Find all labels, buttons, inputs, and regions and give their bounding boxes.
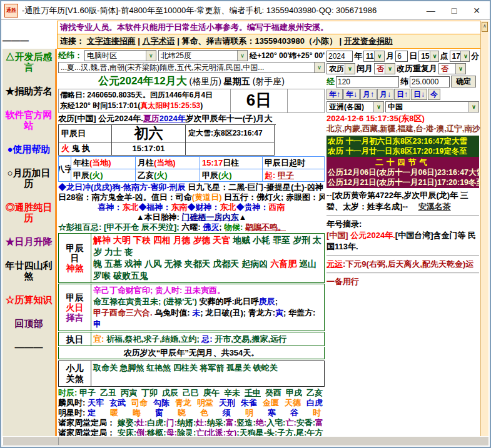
day-up-button[interactable]: 日↑ bbox=[394, 89, 410, 100]
duty-day-content: 宜: 祈福,祭祀,求子,结婚,立约; 忌: 开市,交易,搬家,远行 bbox=[91, 332, 324, 346]
latitude-value: 北纬25度 bbox=[161, 51, 191, 61]
day-attrs: 火 鬼 执 bbox=[59, 142, 112, 156]
lunar-select[interactable]: 农历∨ bbox=[326, 63, 355, 74]
lunar-year-summary: 农历岁次“甲辰年”无闰月、共354天。 bbox=[58, 347, 325, 359]
tea-link[interactable]: 安溪名茶 bbox=[418, 202, 451, 211]
yuan-yun-line: 元运:下元9(右弼,后天离火,配先天乾金)运 bbox=[326, 259, 479, 270]
day-pillar-table: 甲辰日 初六 定大雪:东8区23:16:47 火 鬼 执 15:17:01 bbox=[58, 124, 276, 156]
chevron-down-icon: ∨ bbox=[374, 51, 384, 61]
chevron-down-icon: ∨ bbox=[373, 102, 383, 112]
minimize-button[interactable]: — bbox=[427, 4, 435, 17]
timezone-select[interactable]: 电脑时区∨ bbox=[84, 50, 156, 61]
link-bazi-terms[interactable]: 八字术语 bbox=[143, 36, 175, 46]
today-button[interactable]: 今 bbox=[428, 89, 440, 100]
year-label: 年 bbox=[354, 51, 362, 62]
month-select[interactable]: 11∨ bbox=[363, 51, 385, 62]
sidebar-item-help[interactable]: ●使用帮助 bbox=[3, 144, 55, 154]
sidebar-item-sun-moon[interactable]: ★日月升降 bbox=[3, 236, 55, 247]
zhoutang-content-1: 嫁娶:灶:白虎:门:纳婿:灶:纳采:富:竖造:绝:入宅:亡:安香:富 bbox=[118, 418, 323, 427]
link-text-ads[interactable]: 文字连接招商 bbox=[87, 36, 136, 46]
hour-select[interactable]: 15∨ bbox=[418, 51, 438, 62]
sidebar-item-knowledge[interactable]: ☆历算知识 bbox=[3, 294, 55, 305]
empty-cell bbox=[186, 142, 275, 156]
year-down-button[interactable]: 年↓ bbox=[343, 89, 360, 100]
sidebar-item-donors[interactable]: ★捐助芳名 bbox=[3, 86, 55, 96]
day-gods-table: 甲辰 日 神煞 解神 大明 下秧 四相 月德 岁德 天官 地贼 小耗 罪至 岁刑… bbox=[58, 233, 325, 283]
month-down-button[interactable]: 月↓ bbox=[377, 89, 393, 100]
bazi-header-hour: 甲辰日起时 bbox=[263, 157, 325, 169]
divider bbox=[326, 272, 479, 274]
month-up-button[interactable]: 月↑ bbox=[360, 89, 377, 100]
sidebar-item-pure-cal[interactable]: ◎通胜纯日历 bbox=[3, 202, 55, 223]
huangdi-year-line: --[农历黄帝第4722年,岁次甲辰(龙)年 三碧、太岁：姓李名成]-- 安溪名… bbox=[326, 190, 479, 212]
auspicious-line-1: 辛己丁命财官印; 贵人时: 丑未寅酉。 bbox=[93, 285, 322, 296]
latitude-input[interactable] bbox=[410, 76, 450, 87]
date-controls: 年 11∨ 月 日 15∨ 点 17∨ 分 bbox=[326, 51, 479, 62]
confirm-button[interactable]: 确定 bbox=[451, 76, 476, 87]
day-gods-label-2: 日 bbox=[71, 253, 79, 263]
title-bar: 通胜 -通胜万年历[V1.60版-简体]-前4800年至10000年-常更新、编… bbox=[1, 1, 490, 20]
maximize-button[interactable]: □ bbox=[452, 4, 457, 17]
dash-separator: ——— bbox=[3, 34, 56, 49]
auspicious-label: 甲辰 火日 择吉 bbox=[59, 284, 91, 331]
sidebar-item-dev-notes[interactable]: △开发后感言 bbox=[3, 51, 55, 72]
bazi-table: 八字 年柱(当地) 月柱(当地) 15:17日柱 甲辰日起时 甲辰(火) 乙亥(… bbox=[58, 156, 325, 182]
bazi-year-pillar: 甲辰(火) bbox=[71, 169, 136, 182]
hour-label: 点 bbox=[440, 51, 448, 62]
sidebar-item-back-to-top[interactable]: 回顶部 bbox=[3, 318, 55, 329]
scroll-up-icon[interactable]: ∧ bbox=[482, 22, 488, 32]
sidebar-item-24-mountain[interactable]: 年廿四山利煞 bbox=[3, 260, 55, 281]
app-window: 通胜 -通胜万年历[V1.60版-简体]-前4800年至10000年-常更新、编… bbox=[0, 0, 491, 448]
day-gods-label-1: 甲辰 bbox=[66, 243, 84, 253]
minute-label: 分 bbox=[471, 51, 479, 62]
zhoutang-row-1: 诸家周堂定局： 嫁娶:灶:白虎:门:纳婿:灶:纳采:富:竖造:绝:入宅:亡:安香… bbox=[58, 418, 325, 428]
day-gods-label: 甲辰 日 神煞 bbox=[59, 234, 91, 282]
backup-line: 一备用行 bbox=[326, 276, 479, 287]
links-row: 连接： 文字连接招商 | 八字术语 | 算命、择吉请联系：13559403980… bbox=[57, 34, 481, 49]
era-select[interactable]: ...夏...汉,魏,晋,南朝(宋齐梁陈)隋唐,五代,宋元明清,民国,中国...… bbox=[58, 62, 325, 73]
app-icon: 通胜 bbox=[4, 4, 18, 17]
auspicious-body: 辛己丁命财官印; 贵人时: 丑未寅酉。 命互禄在寅贵丑未; (进禄'无') 安葬… bbox=[91, 284, 324, 331]
lunar-year-line: 农历[中国] 公元2024年.夏历2024年岁次甲辰年十一(子)月大 bbox=[58, 114, 325, 124]
linfeng-values: 天牢玄武司命勾陈青龙明堂天刑朱雀金匮天德白虎玉堂 bbox=[88, 398, 325, 407]
sidebar-item-month-cal[interactable]: ○月历加日历 bbox=[3, 167, 55, 189]
zhoutang-content-2: 安床:倒:移柩:母:除灵:亡(北派:女);天狗星-头:子方,尾:午方 bbox=[118, 428, 323, 437]
auspicious-label-3: 择吉 bbox=[66, 312, 84, 322]
year-input[interactable] bbox=[326, 51, 353, 62]
coord-text: 经+120° 00'纬+25° 00' bbox=[250, 51, 325, 61]
link-donate[interactable]: 开发资金捐助 bbox=[344, 36, 393, 46]
close-button[interactable]: ✕ bbox=[473, 4, 480, 17]
window-controls: — □ ✕ bbox=[427, 4, 487, 17]
zhoutang-label-2: 诸家周堂定局： bbox=[58, 428, 115, 437]
leap-select[interactable]: 否∨ bbox=[374, 63, 395, 74]
day-label: 日 bbox=[409, 51, 417, 62]
dup-month-select[interactable]: 否∨ bbox=[438, 63, 466, 74]
month-label: 月 bbox=[386, 51, 394, 62]
bazi-header-year: 年柱(当地) bbox=[71, 157, 136, 169]
duty-day-row: 执日 宜: 祈福,祭祀,求子,结婚,立约; 忌: 开市,交易,搬家,远行 bbox=[58, 332, 325, 346]
latitude-select[interactable]: 北纬25度∨ bbox=[158, 50, 248, 61]
day-down-button[interactable]: 日↓ bbox=[411, 89, 427, 100]
hours-values: 甲子乙丑丙寅丁卯戊辰己巳庚午辛未壬申癸酉甲戌乙亥 bbox=[79, 388, 325, 397]
continent-select[interactable]: 亚洲(各国)∨ bbox=[326, 101, 384, 112]
bazi-label: 八字 bbox=[59, 157, 71, 182]
sidebar-item-website[interactable]: 软件官方网站 bbox=[3, 109, 55, 131]
year-up-button[interactable]: 年↑ bbox=[326, 89, 343, 100]
julian-day-line: 儒略日: 2460650.8035天。回历1446年6月4日 bbox=[60, 90, 229, 101]
link-separator: | bbox=[340, 36, 342, 46]
duty-day-label: 执日 bbox=[59, 332, 91, 346]
jieqi-block: 二十四节气 公历12月06日(农历十一月06日)23:16:47大雪 公历12月… bbox=[326, 157, 479, 188]
auspicious-table: 甲辰 火日 择吉 辛己丁命财官印; 贵人时: 丑未寅酉。 命互禄在寅贵丑未; (… bbox=[58, 284, 325, 331]
minute-select[interactable]: 17∨ bbox=[450, 51, 470, 62]
day-input[interactable] bbox=[395, 51, 408, 62]
status-bar bbox=[3, 436, 488, 446]
longitude-input[interactable] bbox=[336, 76, 399, 87]
empty-cell bbox=[288, 89, 324, 112]
sidebar: △开发后感言 ★捐助芳名 软件官方网站 ●使用帮助 ○月历加日历 ◎通胜纯日历 … bbox=[3, 49, 57, 437]
linfeng-label: 麟凤时: bbox=[58, 398, 85, 407]
vertical-scrollbar[interactable]: ∧ bbox=[480, 21, 488, 437]
region-selects: 亚洲(各国)∨ 中国∨ bbox=[326, 101, 479, 112]
era-row: ...夏...汉,魏,晋,南朝(宋齐梁陈)隋唐,五代,宋元明清,民国,中国...… bbox=[58, 62, 325, 73]
solar-term-block: 农历 十一月初六日东8区23:16:47定大雪 农历 十一月廿一日东8区17:2… bbox=[326, 136, 479, 157]
country-select[interactable]: 中国∨ bbox=[385, 101, 479, 112]
